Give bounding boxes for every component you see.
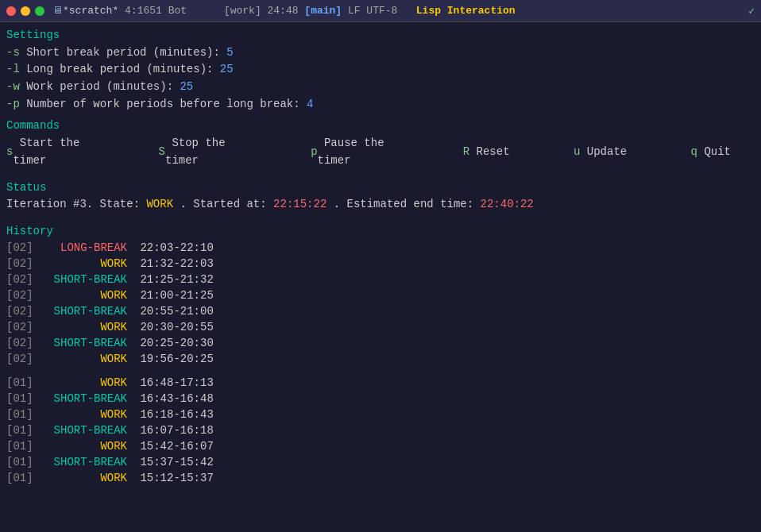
hist-time: 15:12-15:37: [133, 470, 214, 488]
hist-idx: [01]: [6, 391, 38, 408]
status-started-time: 22:15:22: [273, 198, 326, 210]
hist-type-long-break: LONG-BREAK: [38, 240, 133, 257]
commands-header: Commands: [6, 118, 755, 135]
main-content: Settings -s Short break period (minutes)…: [0, 22, 761, 492]
cmd-key-u[interactable]: u: [574, 144, 580, 161]
hist-idx: [02]: [6, 351, 38, 368]
hist-idx: [01]: [6, 438, 38, 456]
cmd-label-pause[interactable]: Pause the timer: [318, 135, 439, 169]
hist-type-short-break: SHORT-BREAK: [38, 391, 133, 408]
close-button[interactable]: [6, 6, 16, 16]
value-w: 25: [180, 80, 193, 93]
cmd-key-s[interactable]: s: [6, 144, 13, 161]
status-header: Status: [6, 179, 755, 197]
value-l: 25: [220, 63, 234, 75]
cmd-key-p[interactable]: p: [311, 144, 317, 161]
hist-time: 20:25-20:30: [133, 335, 214, 353]
title-encoding: LF UTF-8: [342, 5, 397, 17]
hist-type-work: WORK: [38, 351, 133, 368]
hist-type-work: WORK: [38, 375, 133, 392]
hist-type-work: WORK: [38, 407, 133, 424]
desc-s: Short break period (minutes):: [26, 46, 226, 59]
hist-idx: [02]: [6, 256, 38, 273]
title-mode: Lisp Interaction: [416, 5, 516, 17]
commands-section: Commands s Start the timer S Stop the ti…: [6, 118, 755, 169]
hist-time: 20:30-20:55: [133, 319, 214, 337]
hist-idx: [02]: [6, 335, 38, 353]
hist-time: 16:18-16:43: [133, 407, 214, 424]
hist-idx: [02]: [6, 303, 38, 321]
hist-time: 15:37-15:42: [133, 454, 214, 472]
history-row: [02] WORK 20:30-20:55: [6, 320, 755, 336]
desc-p: Number of work periods before long break…: [26, 98, 307, 110]
hist-time: 21:25-21:32: [133, 272, 214, 289]
cmd-key-q[interactable]: q: [691, 144, 697, 161]
setting-line-w: -w Work period (minutes): 25: [6, 79, 755, 96]
history-group-2: [01] WORK 16:48-17:13 [01] SHORT-BREAK 1…: [6, 376, 755, 487]
value-p: 4: [307, 98, 313, 110]
title-bot-label: Bot: [162, 5, 187, 17]
history-row: [01] WORK 15:12-15:37: [6, 471, 755, 487]
history-row: [02] WORK 21:32-22:03: [6, 256, 755, 272]
hist-idx: [01]: [6, 454, 38, 472]
title-check: ✓: [748, 5, 755, 17]
history-row: [01] SHORT-BREAK 15:37-15:42: [6, 455, 755, 471]
history-row: [01] WORK 16:18-16:43: [6, 407, 755, 423]
history-row: [01] WORK 16:48-17:13: [6, 376, 755, 391]
maximize-button[interactable]: [35, 6, 44, 16]
status-end-label: . Estimated end time:: [334, 198, 481, 210]
setting-line-l: -l Long break period (minutes): 25: [6, 61, 755, 79]
hist-idx: [02]: [6, 319, 38, 337]
title-spacer3: [397, 5, 415, 17]
hist-time: 21:00-21:25: [133, 287, 214, 305]
status-iteration: Iteration #3. State:: [6, 198, 146, 210]
history-row: [01] WORK 15:42-16:07: [6, 439, 755, 455]
title-main: [main]: [304, 5, 342, 17]
history-row: [01] SHORT-BREAK 16:07-16:18: [6, 423, 755, 439]
status-end-time: 22:40:22: [481, 198, 534, 210]
cmd-label-start[interactable]: Start the timer: [13, 135, 134, 169]
title-spacer2: [299, 5, 305, 17]
status-started-label: . Started at:: [180, 198, 273, 210]
hist-idx: [01]: [6, 375, 38, 392]
hist-idx: [02]: [6, 287, 38, 305]
hist-time: 21:32-22:03: [133, 256, 214, 273]
hist-time: 15:42-16:07: [133, 438, 214, 456]
title-work-bracket: [work]: [224, 5, 261, 17]
hist-type-work: WORK: [38, 287, 133, 305]
hist-type-work: WORK: [38, 438, 133, 456]
title-time: 24:48: [261, 5, 299, 17]
history-group-1: [02] LONG-BREAK 22:03-22:10 [02] WORK 21…: [6, 241, 755, 368]
cmd-label-reset[interactable]: Reset: [469, 144, 550, 161]
flag-l: -l: [6, 63, 20, 75]
cmd-key-R[interactable]: R: [463, 144, 469, 161]
hist-type-work: WORK: [38, 470, 133, 488]
history-row: [02] SHORT-BREAK 20:55-21:00: [6, 304, 755, 320]
cmd-key-S[interactable]: S: [159, 144, 165, 161]
history-row: [02] SHORT-BREAK 20:25-20:30: [6, 336, 755, 352]
history-row: [02] WORK 19:56-20:25: [6, 352, 755, 368]
cmd-label-stop[interactable]: Stop the timer: [165, 135, 287, 169]
hist-type-work: WORK: [38, 256, 133, 273]
cmd-label-update[interactable]: Update: [580, 144, 666, 161]
title-spacer1: [187, 5, 224, 17]
commands-line: s Start the timer S Stop the timer p Pau…: [6, 135, 755, 169]
history-row: [01] SHORT-BREAK 16:43-16:48: [6, 391, 755, 407]
hist-time: 16:43-16:48: [133, 391, 214, 408]
cmd-label-quit[interactable]: Quit: [697, 144, 731, 161]
status-state: WORK: [146, 198, 173, 210]
hist-type-short-break: SHORT-BREAK: [38, 335, 133, 353]
history-section: History [02] LONG-BREAK 22:03-22:10 [02]…: [6, 218, 755, 487]
minimize-button[interactable]: [21, 6, 30, 16]
desc-l: Long break period (minutes):: [26, 63, 220, 75]
history-row: [02] SHORT-BREAK 21:25-21:32: [6, 272, 755, 288]
history-row: [02] WORK 21:00-21:25: [6, 288, 755, 304]
hist-idx: [01]: [6, 407, 38, 424]
title-modified: *scratch*: [63, 5, 118, 17]
emacs-icon: 🖥: [52, 5, 63, 17]
title-pos-num: 4:1651: [125, 5, 162, 17]
hist-time: 19:56-20:25: [133, 351, 214, 368]
hist-type-short-break: SHORT-BREAK: [38, 272, 133, 289]
hist-type-short-break: SHORT-BREAK: [38, 422, 133, 440]
title-position: [118, 5, 125, 17]
